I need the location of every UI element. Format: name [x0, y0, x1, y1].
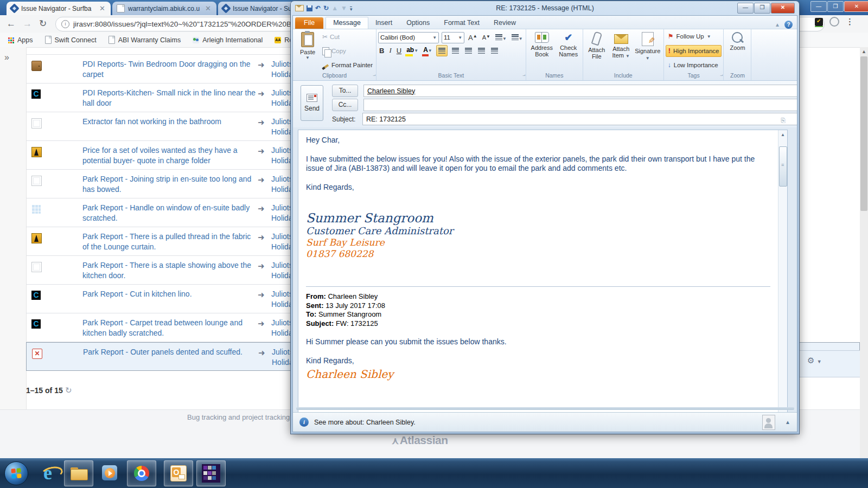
- increase-indent-button[interactable]: [489, 46, 500, 56]
- close-button[interactable]: ✕: [771, 3, 795, 14]
- align-right-button[interactable]: [463, 46, 474, 56]
- forward-button[interactable]: →: [23, 15, 32, 33]
- font-color-button[interactable]: A▼: [422, 47, 433, 54]
- issue-row[interactable]: Park Report - Joining strip in en-suite …: [26, 170, 291, 198]
- message-scrollbar[interactable]: ⎘ ▲ ▼: [778, 130, 787, 426]
- taskbar-app[interactable]: [196, 460, 226, 486]
- issue-link[interactable]: Park Report - Outer panels dented and sc…: [83, 347, 258, 357]
- extension-icon[interactable]: [829, 17, 839, 27]
- cc-field[interactable]: [363, 99, 797, 111]
- paste-button[interactable]: Paste ▼: [295, 31, 321, 72]
- tab-close-icon[interactable]: ✕: [98, 4, 106, 12]
- cc-button[interactable]: Cc...: [332, 99, 358, 111]
- numbering-button[interactable]: ▼: [510, 34, 524, 42]
- font-name-select[interactable]: Calibri (Bod)▼: [378, 32, 439, 43]
- clipboard-dialog-launcher[interactable]: ⌐: [373, 73, 375, 79]
- font-size-select[interactable]: 11▼: [442, 32, 464, 43]
- scroll-thumb[interactable]: [779, 146, 787, 187]
- chrome-close-button[interactable]: ✕: [844, 1, 868, 12]
- attach-item-button[interactable]: Attach Item ▼: [609, 31, 634, 72]
- copy-button[interactable]: Copy: [321, 46, 374, 56]
- scroll-up-icon[interactable]: ▲: [780, 132, 786, 137]
- taskbar-outlook[interactable]: [164, 460, 193, 486]
- underline-button[interactable]: U: [395, 47, 403, 55]
- scroll-up-icon[interactable]: ▲: [861, 49, 866, 54]
- issue-row[interactable]: PDI Reports- Twin Bedroom Door dragging …: [26, 55, 291, 84]
- attach-file-button[interactable]: Attach File: [585, 31, 609, 72]
- decrease-indent-button[interactable]: [476, 46, 487, 56]
- browser-tab[interactable]: Issue Navigator - Surfba ✕: [7, 2, 111, 15]
- taskbar-explorer[interactable]: [64, 460, 93, 486]
- ribbon-tab-insert[interactable]: Insert: [368, 17, 399, 29]
- maximize-button[interactable]: ❐: [754, 3, 770, 14]
- site-info-icon[interactable]: i: [61, 20, 69, 28]
- issue-link[interactable]: PDI Reports-Kitchen- Small nick in the l…: [82, 88, 257, 108]
- browser-menu-icon[interactable]: ⋮: [846, 17, 854, 27]
- paste-dropdown-icon[interactable]: ▼: [305, 55, 310, 60]
- follow-up-button[interactable]: ⚑Follow Up▼: [666, 31, 722, 42]
- issue-row[interactable]: Park Report - There is a staple showing …: [26, 256, 291, 285]
- ribbon-tab-message[interactable]: Message: [326, 17, 368, 29]
- highlight-button[interactable]: ab▼: [405, 47, 419, 54]
- norton-extension-icon[interactable]: [815, 18, 823, 26]
- bullets-button[interactable]: ▼: [494, 34, 508, 42]
- grow-font-button[interactable]: A▲: [467, 34, 478, 42]
- signature-button[interactable]: Signature▼: [634, 31, 662, 72]
- taskbar-media-player[interactable]: [95, 460, 124, 485]
- refresh-icon[interactable]: ↻: [65, 386, 72, 395]
- low-importance-button[interactable]: ↓Low Importance: [666, 60, 722, 70]
- ribbon-tab-format-text[interactable]: Format Text: [437, 17, 487, 29]
- help-icon[interactable]: ?: [784, 21, 793, 29]
- start-button[interactable]: [4, 461, 28, 485]
- chrome-minimize-button[interactable]: —: [810, 1, 827, 12]
- outlook-titlebar[interactable]: ↶ ↻ ▲ ▼ ▾ RE: 1732125 - Message (HTML): [291, 1, 799, 15]
- issue-actions-gear[interactable]: ⚙ ▼: [807, 356, 822, 365]
- address-book-button[interactable]: Address Book: [528, 31, 556, 72]
- ribbon-tab-review[interactable]: Review: [487, 17, 523, 29]
- issue-link[interactable]: Extractor fan not working in the bathroo…: [82, 117, 257, 127]
- ribbon-tab-file[interactable]: File: [295, 17, 323, 29]
- issue-link[interactable]: Price for a set of voiles wanted as they…: [82, 145, 257, 166]
- contact-photo-placeholder[interactable]: [762, 415, 775, 430]
- check-names-button[interactable]: ✔ Check Names: [556, 31, 581, 72]
- sidebar-expand-icon[interactable]: »: [4, 53, 9, 62]
- italic-button[interactable]: I: [388, 46, 392, 55]
- issue-link[interactable]: Park Report - Joining strip in en-suite …: [82, 174, 257, 195]
- align-center-button[interactable]: [450, 46, 461, 56]
- high-importance-button[interactable]: !High Importance: [666, 45, 722, 57]
- subject-field[interactable]: RE: 1732125: [362, 113, 797, 125]
- issue-row[interactable]: Park Report - Carpet tread between loung…: [26, 313, 291, 342]
- message-body[interactable]: Hey Char, I have submitted the below iss…: [298, 130, 788, 427]
- bookmark-item[interactable]: ABI Warranty Claims: [108, 36, 181, 44]
- cut-button[interactable]: ✂Cut: [321, 32, 374, 42]
- issue-link[interactable]: Park Report - Handle on window of en-sui…: [82, 203, 257, 223]
- page-scrollbar-thumb[interactable]: [860, 56, 867, 211]
- shrink-font-button[interactable]: A▼: [481, 34, 492, 41]
- people-pane-splitter[interactable]: [296, 407, 794, 410]
- bookmark-item[interactable]: Swift Connect: [45, 36, 97, 44]
- reload-button[interactable]: ↻: [39, 15, 47, 33]
- people-pane-collapse-icon[interactable]: ▲: [785, 419, 790, 425]
- message-text[interactable]: Hey Char, I have submitted the below iss…: [306, 136, 770, 380]
- issue-link[interactable]: Park Report - Cut in kitchen lino.: [82, 289, 257, 299]
- issue-row[interactable]: Park Report - There is a pulled thread i…: [26, 227, 291, 256]
- issue-link[interactable]: PDI Reports- Twin Bedroom Door dragging …: [82, 59, 257, 80]
- page-options-icon[interactable]: ⎘: [781, 117, 786, 124]
- issue-row[interactable]: Park Report - Handle on window of en-sui…: [26, 198, 291, 227]
- align-left-button[interactable]: [436, 45, 448, 56]
- browser-tab[interactable]: warrantyclaim.abiuk.co.u ✕: [112, 2, 216, 15]
- taskbar-ie[interactable]: e: [34, 460, 62, 485]
- send-button[interactable]: Send: [301, 85, 323, 121]
- bookmark-item[interactable]: Arleigh International: [193, 36, 263, 44]
- issue-row[interactable]: Park Report - Cut in kitchen lino. ➜ Jul…: [26, 285, 291, 313]
- url-text[interactable]: jirasvr:8080/issues/?jql=text%20~%20"173…: [73, 20, 303, 28]
- issue-link[interactable]: Park Report - There is a staple showing …: [82, 260, 257, 281]
- people-pane[interactable]: i See more about: Charleen Sibley. ▲: [293, 412, 797, 432]
- issue-link[interactable]: Park Report - There is a pulled thread i…: [82, 232, 257, 252]
- issue-row[interactable]: PDI Reports-Kitchen- Small nick in the l…: [26, 84, 291, 112]
- format-painter-button[interactable]: Format Painter: [321, 60, 374, 70]
- back-button[interactable]: ←: [7, 15, 16, 33]
- bold-button[interactable]: B: [378, 47, 385, 55]
- chrome-restore-button[interactable]: ❐: [827, 1, 844, 12]
- ribbon-tab-options[interactable]: Options: [399, 17, 437, 29]
